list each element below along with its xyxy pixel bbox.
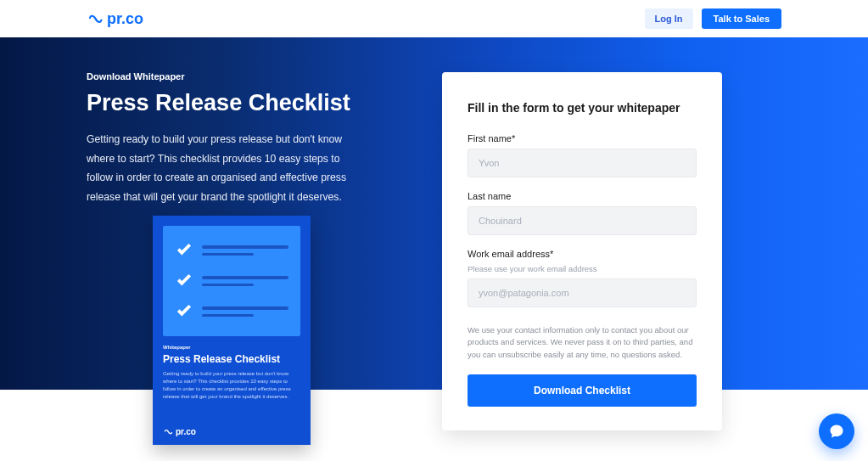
whitepaper-preview: Whitepaper Press Release Checklist Getti… <box>153 216 311 445</box>
email-field[interactable] <box>468 278 697 307</box>
preview-eyebrow: Whitepaper <box>163 345 300 350</box>
email-hint: Please use your work email address <box>468 264 697 273</box>
checkmark-icon <box>175 273 193 289</box>
preview-brand: pr.co <box>163 427 196 436</box>
header: pr.co Log In Talk to Sales <box>0 0 868 37</box>
hero-eyebrow: Download Whitepaper <box>87 71 367 82</box>
hero-description: Getting ready to build your press releas… <box>87 130 367 206</box>
first-name-label: First name* <box>468 133 697 143</box>
preview-desc: Getting ready to build your press releas… <box>163 370 300 401</box>
hero-copy: Download Whitepaper Press Release Checkl… <box>87 71 367 206</box>
brand-logo[interactable]: pr.co <box>87 10 143 28</box>
login-button[interactable]: Log In <box>645 8 693 29</box>
brand-icon <box>87 13 104 25</box>
lead-form: Fill in the form to get your whitepaper … <box>442 72 722 430</box>
hero-section: Download Whitepaper Press Release Checkl… <box>0 37 868 390</box>
chat-icon <box>828 423 845 440</box>
chat-widget[interactable] <box>819 413 854 449</box>
header-actions: Log In Talk to Sales <box>645 8 781 29</box>
download-button[interactable]: Download Checklist <box>468 374 697 407</box>
talk-to-sales-button[interactable]: Talk to Sales <box>702 8 781 29</box>
last-name-field[interactable] <box>468 206 697 235</box>
checkmark-icon <box>175 304 193 319</box>
legal-text: We use your contact information only to … <box>468 324 697 361</box>
first-name-field[interactable] <box>468 149 697 177</box>
brand-text: pr.co <box>107 10 143 28</box>
preview-title: Press Release Checklist <box>163 353 300 365</box>
brand-icon <box>163 428 173 436</box>
last-name-label: Last name <box>468 191 697 201</box>
page-title: Press Release Checklist <box>87 90 367 116</box>
preview-graphic <box>163 226 300 336</box>
email-label: Work email address* <box>468 249 697 259</box>
checkmark-icon <box>175 243 193 258</box>
form-title: Fill in the form to get your whitepaper <box>468 101 697 115</box>
